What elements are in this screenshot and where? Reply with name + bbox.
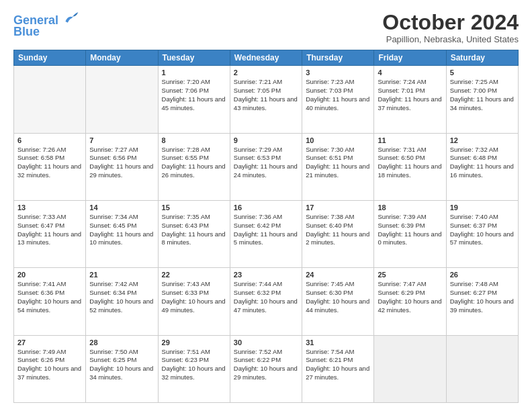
day-detail: Sunrise: 7:28 AMSunset: 6:55 PMDaylight:… [162,146,226,180]
calendar-cell: 19Sunrise: 7:40 AMSunset: 6:37 PMDayligh… [446,200,518,267]
calendar-cell: 31Sunrise: 7:54 AMSunset: 6:21 PMDayligh… [302,335,374,402]
calendar-table: SundayMondayTuesdayWednesdayThursdayFrid… [13,50,519,403]
calendar-cell [14,66,86,133]
day-number: 29 [162,338,226,347]
calendar-cell: 13Sunrise: 7:33 AMSunset: 6:47 PMDayligh… [14,200,86,267]
day-detail: Sunrise: 7:26 AMSunset: 6:58 PMDaylight:… [17,146,82,180]
day-number: 6 [17,136,82,144]
day-number: 22 [162,271,226,279]
day-detail: Sunrise: 7:43 AMSunset: 6:33 PMDaylight:… [162,280,226,314]
col-header-friday: Friday [374,50,446,66]
calendar-cell: 23Sunrise: 7:44 AMSunset: 6:32 PMDayligh… [230,268,302,335]
calendar-cell: 8Sunrise: 7:28 AMSunset: 6:55 PMDaylight… [158,133,230,200]
col-header-tuesday: Tuesday [158,50,230,66]
week-row-3: 13Sunrise: 7:33 AMSunset: 6:47 PMDayligh… [14,200,519,267]
calendar-cell [446,335,518,402]
day-number: 24 [306,271,370,279]
day-detail: Sunrise: 7:34 AMSunset: 6:45 PMDaylight:… [89,213,154,247]
week-row-1: 1Sunrise: 7:20 AMSunset: 7:06 PMDaylight… [14,66,519,133]
day-detail: Sunrise: 7:20 AMSunset: 7:06 PMDaylight:… [162,78,226,112]
day-number: 21 [89,271,154,279]
day-detail: Sunrise: 7:32 AMSunset: 6:48 PMDaylight:… [450,146,515,180]
calendar-header-row: SundayMondayTuesdayWednesdayThursdayFrid… [14,50,519,66]
day-detail: Sunrise: 7:45 AMSunset: 6:30 PMDaylight:… [306,280,370,314]
day-number: 7 [89,136,154,144]
day-detail: Sunrise: 7:25 AMSunset: 7:00 PMDaylight:… [450,78,515,112]
calendar-cell: 11Sunrise: 7:31 AMSunset: 6:50 PMDayligh… [374,133,446,200]
calendar-cell: 10Sunrise: 7:30 AMSunset: 6:51 PMDayligh… [302,133,374,200]
col-header-thursday: Thursday [302,50,374,66]
calendar-cell: 18Sunrise: 7:39 AMSunset: 6:39 PMDayligh… [374,200,446,267]
day-number: 9 [234,136,298,144]
calendar-cell [86,66,158,133]
day-number: 14 [89,203,154,212]
day-detail: Sunrise: 7:27 AMSunset: 6:56 PMDaylight:… [89,146,154,180]
calendar-cell: 21Sunrise: 7:42 AMSunset: 6:34 PMDayligh… [86,268,158,335]
calendar-cell: 9Sunrise: 7:29 AMSunset: 6:53 PMDaylight… [230,133,302,200]
day-detail: Sunrise: 7:24 AMSunset: 7:01 PMDaylight:… [378,78,442,112]
day-number: 16 [234,203,298,212]
calendar-cell: 1Sunrise: 7:20 AMSunset: 7:06 PMDaylight… [158,66,230,133]
calendar-cell: 22Sunrise: 7:43 AMSunset: 6:33 PMDayligh… [158,268,230,335]
day-detail: Sunrise: 7:33 AMSunset: 6:47 PMDaylight:… [17,213,82,247]
day-detail: Sunrise: 7:48 AMSunset: 6:27 PMDaylight:… [450,280,515,314]
location: Papillion, Nebraska, United States [382,34,519,44]
day-detail: Sunrise: 7:36 AMSunset: 6:42 PMDaylight:… [234,213,298,247]
day-number: 3 [306,68,370,77]
logo: General Blue [13,11,79,39]
day-detail: Sunrise: 7:52 AMSunset: 6:22 PMDaylight:… [234,348,298,382]
day-number: 26 [450,271,515,279]
day-number: 27 [17,338,82,347]
calendar-cell: 7Sunrise: 7:27 AMSunset: 6:56 PMDaylight… [86,133,158,200]
calendar-cell: 5Sunrise: 7:25 AMSunset: 7:00 PMDaylight… [446,66,518,133]
calendar-cell: 26Sunrise: 7:48 AMSunset: 6:27 PMDayligh… [446,268,518,335]
day-detail: Sunrise: 7:31 AMSunset: 6:50 PMDaylight:… [378,146,442,180]
header: General Blue October 2024 Papillion, Neb… [13,11,519,44]
calendar-cell: 12Sunrise: 7:32 AMSunset: 6:48 PMDayligh… [446,133,518,200]
col-header-monday: Monday [86,50,158,66]
calendar-cell: 15Sunrise: 7:35 AMSunset: 6:43 PMDayligh… [158,200,230,267]
calendar-cell: 16Sunrise: 7:36 AMSunset: 6:42 PMDayligh… [230,200,302,267]
month-title: October 2024 [382,11,519,34]
calendar-cell [374,335,446,402]
week-row-2: 6Sunrise: 7:26 AMSunset: 6:58 PMDaylight… [14,133,519,200]
day-number: 31 [306,338,370,347]
calendar-cell: 29Sunrise: 7:51 AMSunset: 6:23 PMDayligh… [158,335,230,402]
col-header-sunday: Sunday [14,50,86,66]
day-detail: Sunrise: 7:21 AMSunset: 7:05 PMDaylight:… [234,78,298,112]
week-row-4: 20Sunrise: 7:41 AMSunset: 6:36 PMDayligh… [14,268,519,335]
day-detail: Sunrise: 7:54 AMSunset: 6:21 PMDaylight:… [306,348,370,382]
day-number: 25 [378,271,442,279]
day-detail: Sunrise: 7:38 AMSunset: 6:40 PMDaylight:… [306,213,370,247]
day-detail: Sunrise: 7:47 AMSunset: 6:29 PMDaylight:… [378,280,442,314]
day-detail: Sunrise: 7:41 AMSunset: 6:36 PMDaylight:… [17,280,82,314]
calendar-cell: 24Sunrise: 7:45 AMSunset: 6:30 PMDayligh… [302,268,374,335]
day-detail: Sunrise: 7:51 AMSunset: 6:23 PMDaylight:… [162,348,226,382]
day-number: 12 [450,136,515,144]
day-number: 30 [234,338,298,347]
day-number: 5 [450,68,515,77]
calendar-cell: 14Sunrise: 7:34 AMSunset: 6:45 PMDayligh… [86,200,158,267]
calendar-cell: 4Sunrise: 7:24 AMSunset: 7:01 PMDaylight… [374,66,446,133]
col-header-saturday: Saturday [446,50,518,66]
day-number: 15 [162,203,226,212]
col-header-wednesday: Wednesday [230,50,302,66]
day-detail: Sunrise: 7:30 AMSunset: 6:51 PMDaylight:… [306,146,370,180]
calendar-cell: 25Sunrise: 7:47 AMSunset: 6:29 PMDayligh… [374,268,446,335]
day-detail: Sunrise: 7:49 AMSunset: 6:26 PMDaylight:… [17,348,82,382]
page: General Blue October 2024 Papillion, Neb… [0,0,532,411]
calendar-cell: 20Sunrise: 7:41 AMSunset: 6:36 PMDayligh… [14,268,86,335]
day-number: 1 [162,68,226,77]
day-number: 8 [162,136,226,144]
day-number: 23 [234,271,298,279]
day-detail: Sunrise: 7:39 AMSunset: 6:39 PMDaylight:… [378,213,442,247]
day-number: 20 [17,271,82,279]
calendar-cell: 3Sunrise: 7:23 AMSunset: 7:03 PMDaylight… [302,66,374,133]
day-detail: Sunrise: 7:40 AMSunset: 6:37 PMDaylight:… [450,213,515,247]
day-number: 11 [378,136,442,144]
day-detail: Sunrise: 7:35 AMSunset: 6:43 PMDaylight:… [162,213,226,247]
calendar-cell: 2Sunrise: 7:21 AMSunset: 7:05 PMDaylight… [230,66,302,133]
calendar-cell: 17Sunrise: 7:38 AMSunset: 6:40 PMDayligh… [302,200,374,267]
day-detail: Sunrise: 7:29 AMSunset: 6:53 PMDaylight:… [234,146,298,180]
calendar-cell: 30Sunrise: 7:52 AMSunset: 6:22 PMDayligh… [230,335,302,402]
